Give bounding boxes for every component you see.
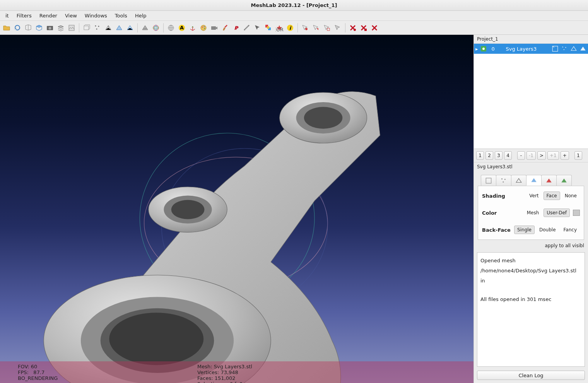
svg-point-36 [109,313,203,365]
svg-point-40 [280,92,367,143]
sel-vert-icon[interactable] [300,23,310,33]
backface-double[interactable]: Double [536,226,559,234]
backface-fancy[interactable]: Fancy [561,226,580,234]
globe-icon[interactable] [166,23,176,33]
smooth-icon[interactable] [140,23,150,33]
svg-point-7 [153,25,159,31]
flat-icon[interactable] [114,23,124,33]
snapshot-icon[interactable] [45,23,55,33]
svg-point-49 [564,49,564,50]
layer-bbox-icon[interactable] [552,45,559,52]
layer-btn-minus[interactable]: - [517,151,525,160]
sel-inv-icon[interactable] [333,23,343,33]
toolbar-separator [79,23,79,32]
layer-btn-gt[interactable]: > [537,151,546,160]
tab-select[interactable] [541,175,557,186]
row-shading: Shading Vert Face None [482,192,580,200]
3d-viewport[interactable]: FOV: 60 FPS: 87.7 BO_RENDERING Mesh: Svg… [0,35,473,383]
reload-icon[interactable] [12,23,22,33]
export-icon[interactable] [34,23,44,33]
svg-point-16 [204,26,205,27]
svg-rect-23 [267,26,269,29]
menu-filters[interactable]: Filters [13,12,36,20]
pp-icon[interactable]: PP [231,23,241,33]
layer-btn-plus1[interactable]: +1 [547,151,559,160]
layer-face-icon[interactable] [579,45,586,52]
svg-point-30 [140,133,315,303]
georef-icon[interactable]: GEOREF [274,23,284,33]
camera-icon[interactable] [209,23,219,33]
layer-btn-plus[interactable]: + [561,151,569,160]
select-a-icon[interactable]: A [177,23,187,33]
measure-icon[interactable] [242,23,252,33]
svg-point-1 [49,27,51,29]
paint-icon[interactable] [198,23,209,33]
layer-expand-icon[interactable]: ▸ [475,46,478,52]
wire-icon[interactable] [103,23,113,33]
layer-btn-2[interactable]: 2 [485,151,493,160]
points-icon[interactable] [92,23,103,33]
backface-single[interactable]: Single [514,226,535,234]
shading-face[interactable]: Face [544,192,560,200]
menu-bar: it Filters Render View Windows Tools Hel… [0,11,588,21]
trackball-icon[interactable] [151,23,161,33]
tab-points[interactable] [496,175,511,186]
layer-btn-1[interactable]: 1 [476,151,484,160]
layer-row[interactable]: ▸ 0 Svg Layers3 [474,44,588,54]
log-output: Opened mesh /home/none4/Desktop/Svg Laye… [477,252,585,367]
color-userdef[interactable]: User-Def [544,209,570,217]
svg-point-6 [96,28,97,29]
info-icon[interactable]: i [285,23,295,33]
menu-tools[interactable]: Tools [111,12,131,20]
main-toolbar: APPGEOREFi [0,21,588,35]
menu-view[interactable]: View [61,12,81,20]
apply-all-link[interactable]: apply to all visibl [474,240,588,250]
svg-point-32 [162,149,328,306]
sel-conn-icon[interactable] [322,23,332,33]
layer-btn-minus1[interactable]: -1 [526,151,536,160]
sel-face-icon[interactable] [311,23,321,33]
shading-vert[interactable]: Vert [526,192,542,200]
svg-point-4 [95,25,96,26]
color-label: Color [482,210,524,216]
tab-bbox[interactable] [481,175,496,186]
clean-log-button[interactable]: Clean Log [477,371,585,380]
color-swatch[interactable] [573,210,580,216]
menu-windows[interactable]: Windows [81,12,111,20]
raster-icon[interactable] [67,23,77,33]
bbox-icon[interactable] [82,23,92,33]
select-vert-icon[interactable] [253,23,263,33]
shading-none[interactable]: None [562,192,580,200]
layer-btn-3[interactable]: 3 [495,151,503,160]
tab-edges[interactable] [556,175,572,186]
layer-btn-last1[interactable]: 1 [574,151,582,160]
layer-points-icon[interactable] [561,45,568,52]
del-face-icon[interactable] [359,23,369,33]
svg-point-39 [171,200,205,219]
import-icon[interactable] [23,23,33,33]
del-vert-icon[interactable] [348,23,358,33]
svg-point-31 [144,157,328,288]
axis-icon[interactable] [188,23,198,33]
menu-render[interactable]: Render [36,12,61,20]
flatlines-icon[interactable] [125,23,135,33]
color-mesh[interactable]: Mesh [524,209,542,217]
viewport-hud: FOV: 60 FPS: 87.7 BO_RENDERING Mesh: Svg… [0,361,473,383]
menu-help[interactable]: Help [131,12,150,20]
layer-list[interactable]: ▸ 0 Svg Layers3 [474,44,588,149]
svg-point-9 [155,25,157,31]
open-icon[interactable] [2,23,12,33]
layer-btn-4[interactable]: 4 [504,151,512,160]
align-icon[interactable] [263,23,273,33]
svg-point-52 [504,179,506,180]
tab-wire[interactable] [511,175,526,186]
del-sel-icon[interactable] [369,23,379,33]
layer-wire-icon[interactable] [570,45,577,52]
tab-face[interactable] [526,175,542,186]
layers-icon[interactable] [56,23,66,33]
svg-point-48 [565,47,566,48]
menu-edit-truncated[interactable]: it [2,12,13,20]
brush-icon[interactable] [220,23,230,33]
model-representation [0,35,473,383]
layer-visibility-icon[interactable] [480,46,487,52]
